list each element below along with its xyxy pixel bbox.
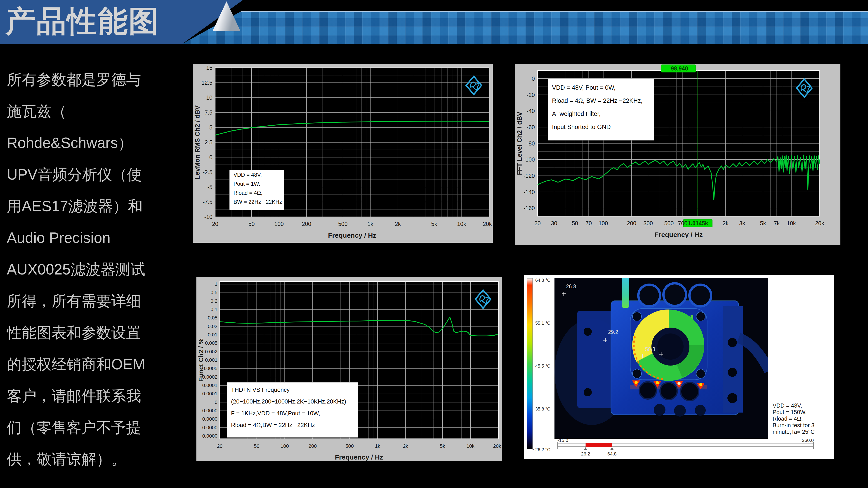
test-condition-line: VDD = 48V, xyxy=(773,402,802,409)
x-tick-label: 5k xyxy=(760,220,766,226)
y-tick-label: 0 xyxy=(209,154,213,160)
x-tick-label: 20 xyxy=(217,443,222,449)
slider-min-label: -15.0 xyxy=(557,437,568,443)
y-tick-label: -60 xyxy=(527,124,535,130)
x-tick-label: 1k xyxy=(375,443,380,449)
x-tick-label: 1k xyxy=(367,221,373,227)
sidebar-line: AUX0025滤波器测试 xyxy=(7,254,194,285)
x-tick-label: 2k xyxy=(395,221,401,227)
y-tick-label: 0.1 xyxy=(211,306,217,312)
y-tick-label: 0.01 xyxy=(208,332,217,337)
annotation-line: A−weighted Filter, xyxy=(552,110,600,117)
sidebar-line: 们（零售客户不予提 xyxy=(7,412,194,443)
y-tick-label: -10 xyxy=(204,214,213,220)
x-tick-label: 5k xyxy=(440,443,445,449)
x-tick-label: 20k xyxy=(815,220,825,226)
scale-tick-label: 26.2 °C xyxy=(535,447,550,452)
x-tick-label: 200 xyxy=(627,220,636,226)
x-tick-label: 20k xyxy=(483,221,492,227)
y-tick-label: 0.0000 xyxy=(202,408,217,414)
thermal-image: 64.8 °C55.1 °C45.5 °C35.8 °C26.2 °C26.82… xyxy=(524,275,834,459)
cursor-frequency-value: 1.0145k xyxy=(688,220,708,226)
y-tick-label: 0.0001 xyxy=(202,383,217,388)
y-tick-label: 0.0000 xyxy=(202,425,217,430)
x-tick-label: 50 xyxy=(248,221,255,227)
cursor-level-value: -98.940 xyxy=(669,65,688,72)
y-tick-label: 12.5 xyxy=(202,79,213,86)
slider-high-label: 64.8 xyxy=(608,451,617,456)
y-tick-label: -40 xyxy=(527,108,535,114)
y-tick-label: 0.001 xyxy=(205,357,217,363)
annotation-line: Rload = 4Ω, BW = 22Hz −22KHz, xyxy=(552,97,643,104)
page-title: 产品性能图 xyxy=(6,3,159,39)
y-axis-label: Funct Ch2 / % xyxy=(197,338,205,382)
x-axis-label: Frequency / Hz xyxy=(328,232,376,239)
scale-tick-label: 35.8 °C xyxy=(535,406,550,412)
y-tick-label: 1 xyxy=(215,281,217,287)
x-tick-label: 20 xyxy=(534,220,541,226)
x-tick-label: 7k xyxy=(774,220,780,226)
sidebar-line: UPV音频分析仪（使 xyxy=(7,159,194,190)
y-axis-label: LevMon RMS Ch2 / dBV xyxy=(194,105,201,180)
x-tick-label: 70 xyxy=(585,220,592,226)
sidebar-line: 所得，所有需要详细 xyxy=(7,285,194,317)
test-condition-line: Burn-in test for 3 xyxy=(773,422,814,428)
header-mosaic-decoration xyxy=(182,11,868,44)
fft-chart: -98.9401.0145k203050701002003005007002k3… xyxy=(515,64,840,245)
slider-low-label: 26.2 xyxy=(581,451,590,456)
sidebar-line: 所有参数都是罗德与 xyxy=(7,64,194,95)
spot-marker-label: 29.2 xyxy=(608,329,618,335)
x-axis-label: Frequency / Hz xyxy=(335,453,383,461)
x-tick-label: 100 xyxy=(598,220,608,226)
y-tick-label: -5 xyxy=(208,184,213,190)
spot-marker-label: 50.3 xyxy=(645,346,655,352)
x-tick-label: 100 xyxy=(281,443,289,449)
x-tick-label: 100 xyxy=(274,221,284,227)
temperature-range-selection[interactable] xyxy=(586,443,612,447)
y-tick-label: 0.5 xyxy=(211,290,217,295)
x-tick-label: 10k xyxy=(467,443,475,449)
annotation-line: Input Shorted to GND xyxy=(552,124,611,130)
annotation-line: Pout = 1W, xyxy=(234,181,260,187)
y-tick-label: 0.0000 xyxy=(202,416,217,422)
y-tick-label: -160 xyxy=(524,205,535,211)
sidebar-line: 用AES17滤波器）和 xyxy=(7,190,194,222)
y-tick-label: 0.02 xyxy=(208,324,217,329)
y-tick-label: 0.05 xyxy=(208,315,217,321)
test-condition-line: Pout = 150W, xyxy=(773,409,807,415)
y-tick-label: 0.002 xyxy=(205,349,217,355)
x-tick-label: 50 xyxy=(254,443,259,449)
y-tick-label: -20 xyxy=(527,92,535,98)
scale-tick-label: 45.5 °C xyxy=(535,363,550,368)
sidebar-line: 供，敬请谅解）。 xyxy=(7,443,194,475)
test-condition-line: minute,Ta= 25°C xyxy=(773,429,815,435)
y-tick-label: 5 xyxy=(209,124,213,131)
x-tick-label: 700 xyxy=(678,220,687,226)
slider-low-handle[interactable] xyxy=(584,447,587,450)
y-axis-label: FFT Level Ch2 / dBV xyxy=(516,111,523,175)
fft-panel: -98.9401.0145k203050701002003005007002k3… xyxy=(515,64,840,245)
x-tick-label: 30 xyxy=(551,220,557,226)
levmon-chart: 20501002005001k2k5k10k20k1512.5107.552.5… xyxy=(193,64,493,242)
header-bar: 产品性能图 xyxy=(0,0,868,44)
x-tick-label: 20 xyxy=(212,221,218,227)
sidebar-line: Audio Precision xyxy=(7,222,194,254)
annotation-line: F = 1KHz,VDD = 48V,Pout = 10W, xyxy=(231,410,320,417)
slider-high-handle[interactable] xyxy=(610,447,614,450)
scale-tick-label: 55.1 °C xyxy=(535,321,550,326)
x-tick-label: 200 xyxy=(302,221,311,227)
x-tick-label: 10k xyxy=(787,220,796,226)
y-tick-label: 0.0001 xyxy=(202,391,217,396)
y-tick-label: 15 xyxy=(206,65,213,71)
thdn-panel: 20501002005001k2k5k10k20k10.50.20.10.050… xyxy=(196,277,502,461)
y-tick-label: -80 xyxy=(527,140,535,147)
slide: 产品性能图 所有参数都是罗德与施瓦兹（Rohde&Schwars）UPV音频分析… xyxy=(0,0,868,488)
annotation-line: (20−100Hz,200−1000Hz,2K−10KHz,20KHz) xyxy=(231,398,346,405)
annotation-line: BW = 22Hz −22KHz xyxy=(234,199,282,205)
sidebar-line: 性能图表和参数设置 xyxy=(7,317,194,348)
y-tick-label: 0.0000 xyxy=(202,433,217,439)
y-tick-label: -100 xyxy=(524,156,535,163)
x-tick-label: 5k xyxy=(431,221,437,227)
sidebar-line: 客户，请邮件联系我 xyxy=(7,380,194,412)
sidebar-line: Rohde&Schwars） xyxy=(7,127,194,159)
